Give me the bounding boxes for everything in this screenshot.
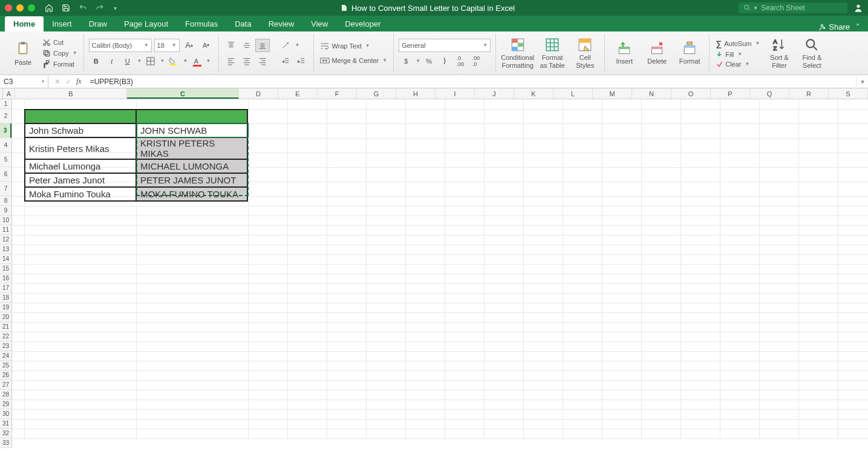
tab-insert[interactable]: Insert [44, 16, 80, 31]
row-header-16[interactable]: 16 [0, 274, 11, 283]
row-header-31[interactable]: 31 [0, 419, 11, 429]
comma-format-button[interactable]: ⟩ [437, 54, 452, 68]
bold-button[interactable]: B [89, 54, 103, 68]
save-icon[interactable] [62, 4, 70, 12]
column-header-D[interactable]: D [239, 88, 278, 99]
font-size-select[interactable]: 18▼ [154, 39, 180, 52]
merge-center-button[interactable]: Merge & Center▼ [319, 56, 389, 65]
row-header-2[interactable]: 2 [0, 109, 11, 123]
search-input[interactable] [761, 4, 843, 12]
column-header-K[interactable]: K [514, 88, 553, 99]
accept-formula-icon[interactable]: ✓ [65, 77, 71, 86]
accounting-format-button[interactable]: $ [399, 54, 413, 68]
row-header-17[interactable]: 17 [0, 283, 11, 293]
row-header-10[interactable]: 10 [0, 216, 11, 225]
row-header-22[interactable]: 22 [0, 332, 11, 341]
name-box-dropdown-icon[interactable]: ▾ [42, 79, 44, 84]
paste-button[interactable]: Paste [8, 39, 38, 66]
row-header-13[interactable]: 13 [0, 245, 11, 254]
fill-color-button[interactable] [166, 54, 180, 68]
row-header-4[interactable]: 4 [0, 138, 11, 153]
align-bottom-button[interactable] [255, 39, 270, 52]
minimize-window-button[interactable] [16, 4, 24, 12]
font-color-button[interactable]: A [189, 54, 203, 68]
close-window-button[interactable] [5, 4, 12, 12]
tab-data[interactable]: Data [226, 16, 259, 31]
cells-area[interactable]: John SchwabJOHN SCHWABKristin Peters Mik… [12, 99, 868, 438]
sort-filter-button[interactable]: AZ Sort & Filter [765, 37, 794, 68]
row-header-6[interactable]: 6 [0, 167, 11, 182]
increase-font-button[interactable]: A▴ [182, 39, 197, 52]
tab-formulas[interactable]: Formulas [177, 16, 226, 31]
border-button[interactable] [143, 54, 158, 68]
row-header-15[interactable]: 15 [0, 264, 11, 274]
tab-review[interactable]: Review [260, 16, 303, 31]
row-header-18[interactable]: 18 [0, 293, 11, 303]
tab-page-layout[interactable]: Page Layout [116, 16, 177, 31]
wrap-text-button[interactable]: Wrap Text▼ [319, 41, 389, 51]
fill-button[interactable]: Fill▼ [714, 50, 761, 59]
number-format-select[interactable]: General▼ [399, 39, 491, 52]
cell-c4[interactable]: KRISTIN PETERS MIKAS [136, 137, 247, 159]
cell-b5[interactable]: Michael Lumonga [25, 159, 136, 173]
cell-c6[interactable]: PETER JAMES JUNOT [136, 173, 247, 187]
row-header-5[interactable]: 5 [0, 153, 11, 167]
orientation-button[interactable] [278, 39, 293, 52]
row-header-1[interactable]: 1 [0, 99, 11, 109]
align-left-button[interactable] [224, 54, 238, 68]
row-header-30[interactable]: 30 [0, 409, 11, 419]
column-header-R[interactable]: R [789, 88, 829, 99]
format-cells-button[interactable]: Format [675, 41, 704, 65]
column-header-N[interactable]: N [632, 88, 671, 99]
decrease-decimal-button[interactable]: .00.0 [469, 54, 483, 68]
increase-decimal-button[interactable]: .0.00 [453, 54, 468, 68]
row-header-27[interactable]: 27 [0, 380, 11, 390]
cancel-formula-icon[interactable]: ✕ [54, 77, 60, 86]
row-header-21[interactable]: 21 [0, 322, 11, 332]
conditional-formatting-button[interactable]: Conditional Formatting [501, 37, 534, 68]
clear-button[interactable]: Clear▼ [714, 60, 761, 68]
percent-format-button[interactable]: % [422, 54, 436, 68]
row-header-14[interactable]: 14 [0, 254, 11, 264]
tab-view[interactable]: View [302, 16, 336, 31]
row-header-7[interactable]: 7 [0, 182, 11, 196]
column-header-A[interactable]: A [3, 88, 15, 99]
collapse-ribbon-icon[interactable]: ˄ [856, 23, 860, 31]
redo-icon[interactable] [96, 4, 104, 12]
increase-indent-button[interactable] [294, 54, 308, 68]
fx-icon[interactable]: fx [76, 77, 82, 86]
row-header-20[interactable]: 20 [0, 312, 11, 322]
italic-button[interactable]: I [105, 54, 119, 68]
row-header-19[interactable]: 19 [0, 303, 11, 312]
cell-b4[interactable]: Kristin Peters Mikas [25, 137, 136, 159]
column-header-Q[interactable]: Q [750, 88, 789, 99]
autosum-button[interactable]: ∑AutoSum▼ [714, 38, 761, 49]
column-header-P[interactable]: P [711, 88, 750, 99]
share-button[interactable]: Share [818, 22, 850, 31]
row-header-28[interactable]: 28 [0, 390, 11, 400]
row-header-11[interactable]: 11 [0, 225, 11, 235]
row-header-24[interactable]: 24 [0, 351, 11, 361]
cell-c7[interactable]: MOKA FUMINO TOUKA [136, 187, 247, 201]
column-header-M[interactable]: M [593, 88, 632, 99]
header-cell-c2[interactable] [136, 110, 247, 123]
copy-button[interactable]: Copy▼ [41, 48, 79, 58]
column-header-L[interactable]: L [553, 88, 593, 99]
cell-b7[interactable]: Moka Fumino Touka [25, 187, 136, 201]
formula-input[interactable]: =UPPER(B3) [88, 77, 856, 86]
search-sheet-box[interactable]: ▾ [739, 2, 847, 13]
row-header-8[interactable]: 8 [0, 196, 11, 206]
row-header-26[interactable]: 26 [0, 370, 11, 380]
row-header-32[interactable]: 32 [0, 429, 11, 438]
format-painter-button[interactable]: Format [41, 59, 79, 69]
column-header-J[interactable]: J [475, 88, 514, 99]
column-header-B[interactable]: B [15, 88, 127, 99]
row-header-9[interactable]: 9 [0, 206, 11, 216]
align-right-button[interactable] [255, 54, 270, 68]
column-header-S[interactable]: S [829, 88, 868, 99]
user-account-icon[interactable] [853, 3, 863, 13]
row-header-33[interactable]: 33 [0, 438, 11, 448]
font-name-select[interactable]: Calibri (Body)▼ [89, 39, 152, 52]
column-header-E[interactable]: E [278, 88, 318, 99]
column-header-G[interactable]: G [357, 88, 396, 99]
